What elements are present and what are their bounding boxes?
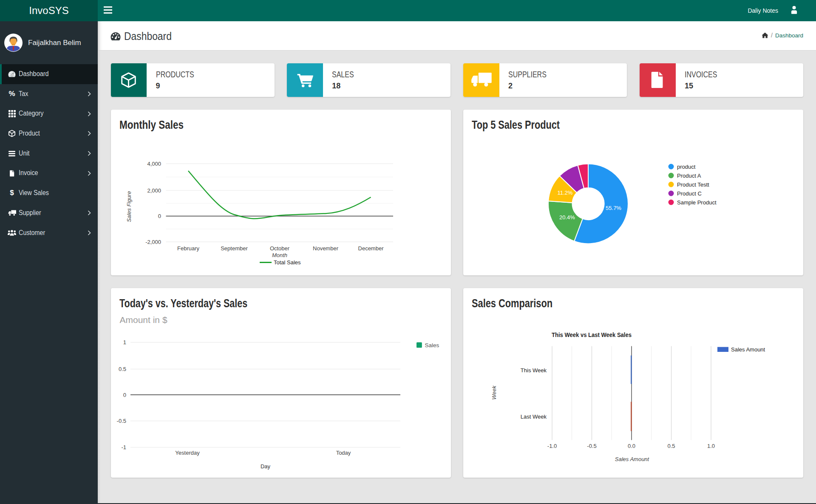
svg-text:0.0: 0.0 — [628, 443, 635, 449]
svg-text:-0.5: -0.5 — [116, 418, 126, 424]
svg-text:Sales Amount: Sales Amount — [615, 456, 650, 462]
svg-text:1.0: 1.0 — [707, 443, 715, 449]
svg-text:October: October — [269, 245, 289, 252]
svg-text:This Week vs Last Week Sales: This Week vs Last Week Sales — [552, 331, 632, 338]
svg-text:Product C: Product C — [677, 190, 702, 197]
svg-text:Last Week: Last Week — [521, 413, 547, 419]
svg-text:Sales: Sales — [425, 342, 439, 348]
svg-text:Sample Product: Sample Product — [677, 199, 717, 206]
svg-text:0.5: 0.5 — [118, 366, 126, 372]
svg-text:Product A: Product A — [677, 173, 701, 179]
svg-text:1: 1 — [123, 339, 126, 345]
svg-text:Sales Amount: Sales Amount — [731, 346, 765, 353]
svg-text:product: product — [677, 164, 696, 170]
svg-text:4,000: 4,000 — [147, 161, 161, 167]
svg-text:Day: Day — [260, 463, 270, 470]
svg-text:November: November — [313, 245, 339, 252]
svg-text:55.7%: 55.7% — [606, 205, 621, 211]
svg-text:Week: Week — [491, 385, 497, 399]
svg-text:-2,000: -2,000 — [145, 239, 161, 245]
svg-text:This Week: This Week — [521, 367, 547, 373]
svg-text:Today: Today — [336, 450, 351, 456]
svg-text:Sales Figure: Sales Figure — [126, 191, 132, 222]
svg-text:0.5: 0.5 — [668, 443, 675, 449]
svg-text:0: 0 — [158, 213, 161, 219]
svg-text:February: February — [177, 245, 199, 252]
svg-text:11.2%: 11.2% — [558, 190, 573, 196]
svg-text:-1.0: -1.0 — [547, 443, 557, 449]
svg-text:September: September — [221, 245, 248, 252]
svg-text:December: December — [358, 245, 384, 252]
svg-text:2,000: 2,000 — [147, 187, 161, 194]
svg-text:-0.5: -0.5 — [587, 443, 596, 449]
svg-text:Product Testt: Product Testt — [677, 181, 709, 188]
svg-text:20.4%: 20.4% — [559, 214, 575, 221]
svg-text:0: 0 — [123, 391, 126, 398]
svg-text:Yesterday: Yesterday — [175, 450, 200, 456]
svg-text:Month: Month — [272, 252, 287, 258]
svg-text:Total Sales: Total Sales — [274, 259, 301, 266]
svg-text:-1: -1 — [121, 444, 126, 450]
